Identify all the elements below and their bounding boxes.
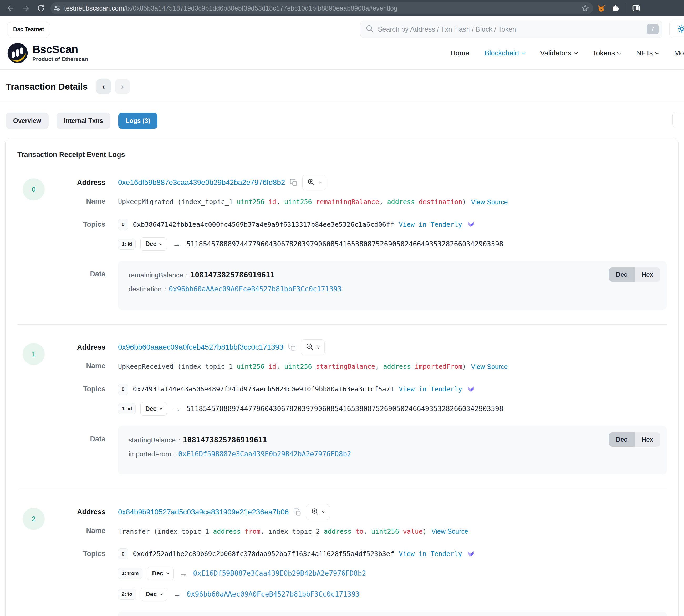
log-data-row-label: Data (57, 612, 106, 616)
browser-reload-icon[interactable] (35, 2, 47, 14)
tab-logs[interactable]: Logs (3) (118, 113, 157, 129)
log-address-link[interactable]: 0x84b9b910527ad5c03a9ca831909e21e236ea7b… (118, 508, 289, 516)
log-address-link[interactable]: 0x96bb60aaaec09a0fceb4527b81bbf3cc0c1713… (118, 343, 283, 351)
signature-part (241, 528, 245, 535)
search-input[interactable] (378, 25, 643, 34)
data-key: remainingBalance (129, 271, 183, 279)
chevron-down-icon (522, 50, 526, 54)
network-badge[interactable]: Bsc Testnet (7, 22, 50, 36)
search-shortcut-badge: / (647, 24, 659, 35)
signature-part (265, 198, 268, 206)
view-in-tenderly-link[interactable]: View in Tenderly (399, 550, 462, 557)
tab-overview[interactable]: Overview (6, 113, 49, 129)
log-index-badge: 2 (23, 508, 45, 530)
tab-internal-txns[interactable]: Internal Txns (56, 113, 110, 129)
nav-home[interactable]: Home (450, 49, 469, 57)
signature-part: address (387, 198, 415, 206)
nav-more[interactable]: More (674, 49, 684, 57)
topic-param-badge: 1: id (118, 239, 136, 249)
browser-extensions-area (597, 4, 679, 13)
data-value-address[interactable]: 0x96bb60aAAec09A0FceB4527b81bbF3Cc0c1713… (169, 285, 341, 293)
topic-format-value: Dec (145, 240, 156, 247)
search-box[interactable]: / (360, 21, 662, 38)
signature-part: UpkeepMigrated (index_topic_1 (118, 198, 237, 206)
signature-part: uint256 (237, 363, 265, 370)
topic-format-dropdown[interactable]: Dec (147, 567, 174, 580)
site-settings-icon[interactable] (53, 4, 61, 12)
address-filter-button[interactable] (302, 175, 326, 191)
topic-param-badge: 1: id (118, 403, 136, 414)
url-text: testnet.bscscan.com/tx/0x85b3a147518719d… (64, 4, 578, 12)
topic-format-dropdown[interactable]: Dec (141, 588, 167, 601)
log-name-row-content: UpkeepReceived (index_topic_1 uint256 id… (118, 362, 667, 371)
data-value-address[interactable]: 0xE16Df59B887e3Caa439E0b29B42bA2e7976FD8… (178, 450, 351, 458)
topic-value-address[interactable]: 0x96bb60aAAec09A0FceB4527b81bbF3Cc0c1713… (187, 590, 359, 598)
tenderly-icon[interactable] (467, 550, 475, 558)
event-log-entry: 1Address0x96bb60aaaec09a0fceb4527b81bbf3… (17, 339, 667, 474)
topic-format-dropdown[interactable]: Dec (140, 237, 167, 251)
metamask-icon[interactable] (597, 4, 606, 13)
copy-address-icon[interactable] (293, 508, 301, 516)
view-source-link[interactable]: View Source (431, 528, 468, 535)
dec-toggle-button[interactable]: Dec (609, 267, 635, 282)
log-address-link[interactable]: 0xe16df59b887e3caa439e0b29b42ba2e7976fd8… (118, 178, 285, 187)
tab-bar-overflow-button[interactable] (672, 111, 684, 128)
log-divider (17, 324, 667, 325)
event-log-entry: 2Address0x84b9b910527ad5c03a9ca831909e21… (17, 504, 667, 616)
view-source-link[interactable]: View Source (471, 363, 508, 371)
card-heading: Transaction Receipt Event Logs (17, 151, 667, 159)
nav-nfts[interactable]: NFTs (636, 49, 659, 57)
topic-value-number: 5118545788897447796043067820397906085416… (186, 405, 503, 413)
address-filter-button[interactable] (306, 504, 330, 520)
signature-part: address (324, 528, 351, 535)
log-name-row-content: UpkeepMigrated (index_topic_1 uint256 id… (118, 197, 667, 207)
hex-toggle-button[interactable]: Hex (635, 267, 660, 282)
view-in-tenderly-link[interactable]: View in Tenderly (399, 385, 462, 393)
nav-blockchain[interactable]: Blockchain (484, 49, 525, 57)
signature-part: UpkeepReceived (index_topic_1 (118, 363, 237, 370)
log-rows: Address0xe16df59b887e3caa439e0b29b42ba2e… (57, 175, 667, 310)
view-in-tenderly-link[interactable]: View in Tenderly (399, 221, 462, 228)
browser-url-bar[interactable]: testnet.bscscan.com/tx/0x85b3a147518719d… (50, 2, 593, 14)
hex-toggle-button[interactable]: Hex (635, 433, 660, 447)
nav-validators[interactable]: Validators (540, 49, 577, 57)
log-indexed-topic-row-content: 2: toDec→0x96bb60aAAec09A0FceB4527b81bbF… (118, 588, 667, 601)
bscscan-logo[interactable]: BscScan Product of Etherscan (7, 43, 88, 64)
browser-forward-icon[interactable] (20, 2, 31, 14)
signature-part: , (363, 528, 371, 535)
bookmark-star-icon[interactable] (581, 4, 589, 13)
log-name-row: NameUpkeepMigrated (index_topic_1 uint25… (57, 197, 667, 207)
copy-address-icon[interactable] (288, 343, 296, 351)
log-index-badge: 1 (23, 343, 45, 365)
signature-part: destination (419, 198, 462, 206)
previous-txn-button[interactable]: ‹ (96, 79, 111, 94)
browser-chrome: testnet.bscscan.com/tx/0x85b3a147518719d… (0, 0, 684, 16)
topic-format-dropdown[interactable]: Dec (140, 402, 167, 416)
nav-tokens[interactable]: Tokens (593, 49, 621, 57)
signature-part: , (276, 363, 284, 370)
signature-part: uint256 (371, 528, 399, 535)
browser-back-icon[interactable] (5, 2, 16, 14)
chevron-down-icon (160, 406, 162, 410)
side-panel-icon[interactable] (632, 4, 640, 13)
log-data-row-content: value:1081473825786919611DecHex (118, 612, 667, 616)
topic-value-address[interactable]: 0xE16Df59B887e3Caa439E0b29B42bA2e7976FD8… (193, 569, 366, 577)
dec-toggle-button[interactable]: Dec (609, 433, 635, 447)
tenderly-icon[interactable] (467, 385, 475, 393)
chevron-down-icon (574, 50, 578, 54)
topic-hash: 0xddf252ad1be2c89b69c2b068fc378daa952ba7… (133, 550, 394, 557)
theme-toggle-button[interactable] (669, 21, 684, 38)
view-source-link[interactable]: View Source (471, 198, 508, 206)
tenderly-icon[interactable] (467, 220, 475, 228)
log-data-row-label: Data (57, 426, 106, 443)
data-key: startingBalance (129, 436, 176, 444)
arrow-right-icon: → (179, 569, 188, 578)
address-filter-button[interactable] (301, 339, 325, 355)
arrow-right-icon: → (172, 590, 182, 599)
log-indexed-topic-row-content: 1: idDec→5118545788897447796043067820397… (118, 402, 667, 416)
copy-address-icon[interactable] (290, 179, 298, 186)
extensions-puzzle-icon[interactable] (612, 4, 620, 13)
event-log-entry: 0Address0xe16df59b887e3caa439e0b29b42ba2… (17, 175, 667, 310)
next-txn-button[interactable]: › (115, 79, 130, 94)
dec-hex-toggle: DecHex (609, 267, 660, 282)
